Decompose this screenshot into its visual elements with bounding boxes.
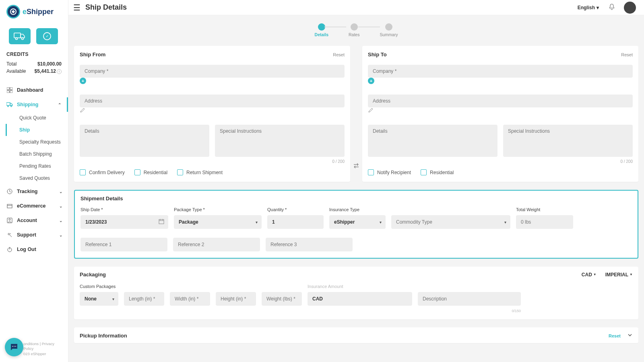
svg-rect-12	[7, 204, 12, 208]
ship-date-label: Ship Date *	[80, 207, 168, 212]
nav-tracking-label: Tracking	[17, 189, 37, 194]
ship-from-company-input[interactable]	[80, 65, 345, 78]
menu-toggle-button[interactable]: ☰	[73, 3, 80, 12]
ship-to-company-input[interactable]	[368, 65, 633, 78]
chevron-down-icon: ⌄	[59, 189, 62, 194]
to-residential-checkbox[interactable]: Residential	[421, 169, 454, 175]
ship-to-reset[interactable]: Reset	[621, 52, 633, 57]
topbar: ☰ Ship Details English ▾	[68, 0, 644, 15]
insurance-amount-input[interactable]	[308, 292, 412, 306]
ship-to-instructions-input[interactable]	[503, 125, 633, 157]
ship-from-card: Ship From Reset +	[74, 46, 350, 182]
svg-rect-6	[7, 90, 9, 93]
nav-tracking[interactable]: Tracking ⌄	[0, 184, 68, 199]
credits-available-value: $5,441.12i	[35, 68, 62, 75]
credits-available-label: Available	[6, 68, 26, 75]
nav-specialty-requests[interactable]: Specialty Requests	[14, 136, 68, 148]
ship-to-instructions-counter: 0 / 200	[503, 159, 633, 164]
credits-total-value: $10,000.00	[37, 60, 62, 68]
sidebar: eShipper CREDITS Total	[0, 0, 68, 362]
nav-logout-label: Log Out	[17, 247, 36, 252]
custom-packages-select[interactable]	[80, 292, 118, 306]
quick-explore-button[interactable]	[36, 28, 58, 44]
package-type-select[interactable]	[174, 215, 262, 229]
nav-ship[interactable]: Ship	[14, 124, 68, 136]
nav-batch-shipping[interactable]: Batch Shipping	[14, 148, 68, 160]
nav-logout[interactable]: Log Out	[0, 242, 68, 257]
brand-logo[interactable]: eShipper	[0, 5, 68, 24]
reference-1-input[interactable]	[80, 238, 167, 251]
ship-from-instructions-input[interactable]	[215, 125, 345, 157]
notifications-button[interactable]	[609, 4, 615, 11]
pickup-info-card: Pickup Information Reset	[74, 327, 638, 343]
add-company-button[interactable]: +	[368, 78, 374, 84]
expand-pickup-button[interactable]	[627, 332, 633, 339]
bell-icon	[609, 4, 615, 10]
nav-account[interactable]: Account ⌄	[0, 213, 68, 228]
edit-address-icon[interactable]	[368, 108, 374, 114]
chevron-down-icon: ⌄	[59, 204, 62, 208]
chevron-down-icon	[627, 332, 633, 338]
currency-toggle[interactable]: CAD ▼	[582, 272, 597, 278]
confirm-delivery-checkbox[interactable]: Confirm Delivery	[80, 169, 125, 175]
reference-2-input[interactable]	[173, 238, 260, 251]
step-rates[interactable]: Rates	[349, 23, 359, 37]
swap-addresses-button[interactable]	[353, 162, 359, 170]
nav-ecommerce[interactable]: eCommerce ⌄	[0, 199, 68, 213]
main-nav: Dashboard Shipping ⌃ Quick Quote Ship Sp…	[0, 83, 68, 357]
weight-input[interactable]	[262, 292, 302, 306]
unit-toggle[interactable]: IMPERIAL ▼	[605, 272, 633, 278]
height-input[interactable]	[216, 292, 256, 306]
svg-point-17	[12, 346, 13, 347]
quick-ship-button[interactable]	[9, 28, 31, 44]
logout-icon	[6, 246, 13, 253]
svg-point-19	[15, 346, 16, 347]
add-company-button[interactable]: +	[80, 78, 86, 84]
width-input[interactable]	[170, 292, 210, 306]
packaging-title: Packaging	[80, 272, 106, 278]
svg-rect-5	[10, 87, 12, 90]
info-icon[interactable]: i	[57, 69, 62, 74]
nav-dashboard-label: Dashboard	[17, 87, 43, 93]
total-weight-display	[516, 215, 573, 229]
chat-button[interactable]	[5, 338, 23, 356]
ship-to-details-input[interactable]	[368, 125, 497, 157]
ship-to-title: Ship To	[368, 51, 387, 58]
chat-icon	[9, 342, 19, 352]
step-summary[interactable]: Summary	[380, 23, 398, 37]
nav-support-label: Support	[17, 232, 36, 238]
description-input[interactable]	[418, 292, 521, 306]
nav-pending-rates[interactable]: Pending Rates	[14, 160, 68, 172]
quantity-input[interactable]	[267, 215, 324, 229]
ship-date-input[interactable]	[80, 215, 168, 229]
from-residential-checkbox[interactable]: Residential	[134, 169, 167, 175]
step-details[interactable]: Details	[315, 23, 328, 37]
nav-saved-quotes[interactable]: Saved Quotes	[14, 172, 68, 184]
return-shipment-checkbox[interactable]: Return Shipment	[177, 169, 223, 175]
shipping-icon	[6, 101, 13, 108]
edit-address-icon[interactable]	[80, 108, 85, 114]
length-input[interactable]	[124, 292, 164, 306]
nav-support[interactable]: Support ⌄	[0, 228, 68, 242]
brand-mark-icon	[6, 5, 20, 19]
ship-to-address-input[interactable]	[368, 95, 633, 107]
ship-from-reset[interactable]: Reset	[333, 52, 345, 57]
insurance-type-select[interactable]	[329, 215, 386, 229]
nav-quick-quote[interactable]: Quick Quote	[14, 112, 68, 124]
ecommerce-icon	[6, 203, 13, 209]
ship-from-details-input[interactable]	[80, 125, 209, 157]
nav-dashboard[interactable]: Dashboard	[0, 83, 68, 97]
ship-from-address-input[interactable]	[80, 95, 345, 107]
user-avatar[interactable]	[624, 2, 636, 14]
language-selector[interactable]: English ▾	[578, 5, 599, 10]
commodity-type-select[interactable]	[391, 215, 510, 229]
chevron-down-icon: ▾	[597, 5, 599, 10]
nav-shipping[interactable]: Shipping ⌃	[0, 97, 68, 112]
notify-recipient-checkbox[interactable]: Notify Recipient	[368, 169, 411, 175]
chevron-down-icon: ▼	[593, 273, 597, 276]
reference-3-input[interactable]	[266, 238, 353, 251]
stepper: Details Rates Summary	[74, 23, 638, 37]
pickup-reset[interactable]: Reset	[609, 333, 621, 338]
account-icon	[6, 217, 13, 224]
ship-from-instructions-counter: 0 / 200	[215, 159, 345, 164]
